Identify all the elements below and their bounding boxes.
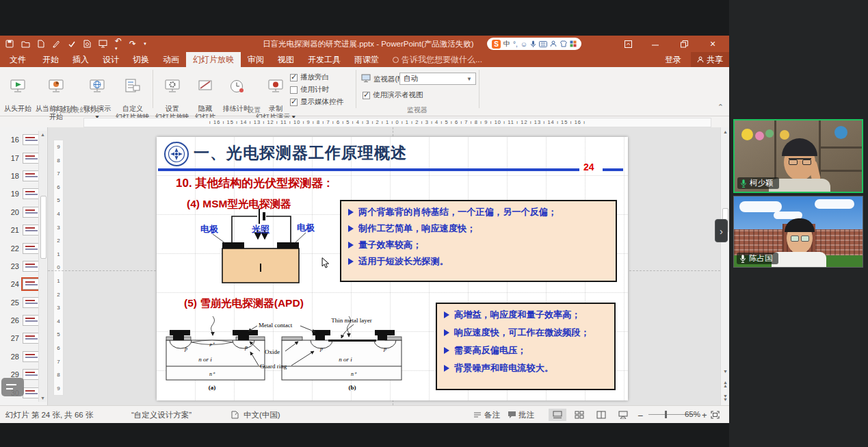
horizontal-ruler[interactable]: ı 16 ı 15 ı 14 ı 13 ı 12 ı 11 ı 10 ı 9 ı… — [83, 118, 711, 127]
section-apd-label[interactable]: (5) 雪崩光电探测器(APD) — [184, 296, 304, 311]
collapse-ribbon-chevron-icon[interactable]: ⌃ — [718, 103, 724, 112]
spelling-check-icon[interactable] — [68, 40, 76, 48]
comments-toggle[interactable]: 批注 — [518, 410, 534, 420]
undo-icon[interactable]: ↶ ▾ — [115, 36, 122, 51]
notes-toggle[interactable]: 备注 — [484, 410, 500, 420]
slide-number: 18 — [7, 172, 19, 180]
fit-to-window-icon[interactable] — [711, 411, 720, 419]
slide-title[interactable]: 一、光电探测器工作原理概述 — [194, 142, 407, 164]
menu-tab[interactable]: 插入 — [66, 52, 96, 67]
save-icon[interactable] — [5, 40, 14, 48]
from-beginning-button[interactable]: 从头开始 — [3, 68, 33, 111]
present-online-button[interactable]: 联机演示 ▾ — [81, 68, 114, 111]
floating-annotation-widget[interactable] — [1, 378, 24, 396]
qat-customize-icon[interactable]: ▾ — [144, 41, 146, 47]
thumbnail-scrollbar[interactable]: ▲ ▼ — [38, 131, 47, 402]
language-icon — [231, 411, 239, 419]
slide-number: 24 — [7, 280, 19, 288]
slideshow-view-button[interactable] — [614, 409, 632, 421]
emoji-icon[interactable]: ☺ — [521, 40, 527, 48]
close-button[interactable]: × — [702, 36, 724, 52]
zoom-out-button[interactable]: − — [637, 410, 643, 421]
menu-tab[interactable]: 切换 — [126, 52, 156, 67]
scrollbar-thumb[interactable] — [40, 196, 47, 259]
reading-view-button[interactable] — [592, 409, 610, 421]
apd-feature-textbox[interactable]: 高增益，响应度和量子效率高；响应速度快，可工作在微波频段；需要高反偏电压；背景噪… — [436, 303, 616, 390]
scroll-up-icon[interactable]: ▲ — [40, 132, 45, 137]
participant-video[interactable]: 陈占国 — [733, 196, 863, 268]
microphone-on-icon — [740, 179, 747, 188]
menu-tab[interactable]: 审阅 — [241, 52, 271, 67]
login-button[interactable]: 登录 — [665, 54, 681, 66]
voice-input-icon[interactable] — [530, 40, 536, 48]
zoom-level[interactable]: 65% — [685, 410, 700, 418]
bullet-item: 高增益，响应度和量子效率高； — [444, 309, 607, 320]
slide-canvas[interactable]: 一、光电探测器工作原理概述 24 10. 其他结构的光伏型探测器 : (4) M… — [157, 137, 628, 400]
participant-video-active[interactable]: 柯少颖 — [733, 119, 863, 193]
slideshow-icon[interactable] — [98, 40, 107, 48]
msm-feature-textbox[interactable]: 两个背靠背的肖特基结，一个正偏，另一个反偏；制作工艺简单，响应速度快；量子效率较… — [340, 200, 617, 282]
punctuation-icon[interactable]: °, — [513, 40, 518, 48]
ribbon-display-options-button[interactable] — [617, 36, 639, 52]
hide-slide-button[interactable]: 隐藏 幻灯片 — [192, 68, 219, 111]
scroll-down-icon[interactable]: ▼ — [40, 396, 45, 400]
toolbox-grid-icon[interactable] — [570, 40, 577, 47]
powerpoint-window: ↶ ▾ ↷ ▾ 日盲光电探测器的研究进展.pptx - PowerPoint(产… — [0, 36, 729, 423]
from-current-slide-button[interactable]: 从当前幻灯片 开始 — [34, 68, 78, 111]
ribbon-checkbox[interactable]: 使用计时 — [290, 85, 329, 94]
bullet-text: 背景噪声和暗电流较大。 — [454, 363, 553, 374]
open-icon[interactable] — [21, 40, 30, 48]
canvas-scrollbar[interactable]: ▲ ▼ ▲▲ ▼▼ — [720, 127, 729, 405]
group-label-start-show: 开始放映幻灯片 — [0, 105, 153, 115]
language-label[interactable]: 中文(中国) — [244, 410, 280, 420]
menu-tab[interactable]: 幻灯片放映 — [186, 52, 241, 67]
tell-me-label: 告诉我您想要做什么... — [402, 54, 482, 66]
ribbon: 从头开始 从当前幻灯片 开始 联机演示 ▾ 自定义 幻灯片放映 ▾ 设置 幻灯片… — [0, 67, 729, 116]
plush-toy — [755, 131, 764, 140]
vertical-ruler[interactable]: 9 8 7 6 5 4 3 2 1 0 1 2 3 4 5 6 7 8 9 — [53, 140, 64, 396]
menu-tab[interactable]: 动画 — [156, 52, 186, 67]
sogou-logo-icon[interactable]: S — [492, 40, 501, 49]
share-button[interactable]: 共享 — [691, 52, 729, 67]
skin-icon[interactable] — [560, 40, 567, 47]
ink-pen-icon[interactable] — [52, 40, 60, 48]
notes-icon — [473, 411, 482, 419]
zoom-slider-thumb[interactable] — [665, 411, 667, 418]
custom-slideshow-button[interactable]: 自定义 幻灯片放映 ▾ — [114, 68, 152, 111]
minimize-button[interactable] — [644, 36, 666, 52]
tell-me-box[interactable]: 告诉我您想要做什么... — [393, 52, 482, 67]
apd-n-or-i-label: n or i — [198, 356, 212, 363]
new-document-icon[interactable] — [38, 40, 44, 48]
account-icon[interactable] — [550, 40, 557, 47]
soft-keyboard-icon[interactable] — [539, 41, 547, 47]
play-from-start-icon — [9, 77, 27, 95]
slide-info: 幻灯片 第 24 张, 共 66 张 — [5, 410, 93, 420]
normal-view-button[interactable] — [549, 409, 566, 421]
msm-light-label: 光照 — [252, 223, 269, 235]
slide-sorter-view-button[interactable] — [570, 409, 588, 421]
menu-tab[interactable]: 开始 — [36, 52, 66, 67]
sogou-input-toolbar[interactable]: S 中 °, ☺ — [487, 38, 581, 50]
presenter-view-checkbox[interactable]: 使用演示者视图 — [363, 90, 423, 100]
restore-button[interactable] — [673, 36, 695, 52]
menu-tab[interactable]: 视图 — [271, 52, 301, 67]
tab-file[interactable]: 文件 — [0, 52, 36, 67]
rehearse-timings-button[interactable]: 排练计时 — [220, 68, 253, 111]
print-preview-icon[interactable] — [83, 40, 91, 48]
editing-canvas: 9 8 7 6 5 4 3 2 1 0 1 2 3 4 5 6 7 8 9 一、… — [48, 127, 720, 405]
ribbon-checkbox[interactable]: 播放旁白 — [290, 73, 329, 82]
bullet-arrow-icon — [444, 311, 449, 318]
chinese-mode-icon[interactable]: 中 — [503, 39, 510, 49]
menu-tab[interactable]: 设计 — [96, 52, 126, 67]
menu-tab[interactable]: 开发工具 — [301, 52, 347, 67]
bullet-text: 制作工艺简单，响应速度快； — [358, 223, 475, 234]
zoom-in-button[interactable]: + — [702, 410, 707, 420]
setup-slideshow-button[interactable]: 设置 幻灯片放映 — [155, 68, 190, 111]
monitor-dropdown[interactable]: 自动 ▼ — [399, 73, 476, 85]
panel-collapse-chevron[interactable]: › — [715, 219, 728, 242]
redo-icon[interactable]: ↷ — [129, 39, 136, 49]
bullet-list: 高增益，响应度和量子效率高；响应速度快，可工作在微波频段；需要高反偏电压；背景噪… — [444, 309, 607, 374]
menu-tab[interactable]: 雨课堂 — [347, 52, 386, 67]
slide-heading[interactable]: 10. 其他结构的光伏型探测器 : — [176, 175, 330, 191]
apd-n-plus-label: n⁺ — [351, 371, 357, 377]
